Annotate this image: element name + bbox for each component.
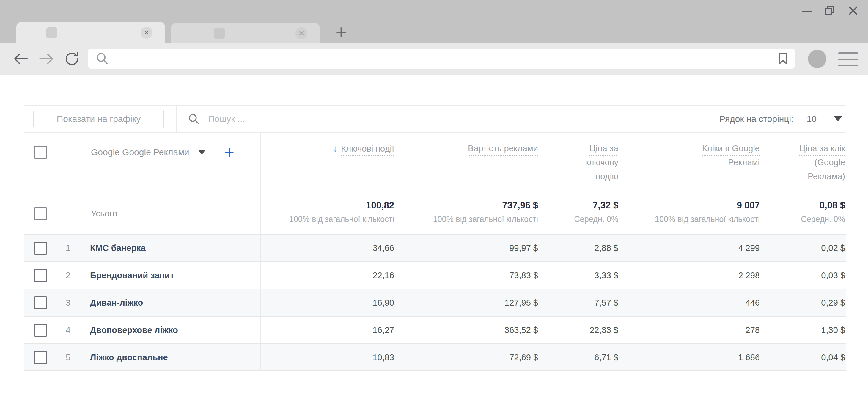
select-row-checkbox[interactable] [34,242,47,254]
totals-cell: 7,32 $ Середн. 0% [539,193,619,234]
chart-controls: Показати на графіку [24,105,177,132]
cell-key-events: 10,83 [261,344,395,371]
search-input[interactable] [208,114,719,124]
table-row[interactable]: 3 Диван-ліжко 16,90 127,95 $ 7,57 $ 446 … [24,289,846,316]
menu-icon[interactable] [838,52,858,66]
search-icon [95,51,110,67]
table-header-row: Google Google Реклами + ↓Ключові події В… [24,133,846,193]
column-header-ad-cost[interactable]: Вартість реклами [395,133,539,193]
search-icon [187,113,200,125]
rows-per-page-label: Рядок на сторінці: [719,114,794,124]
cell-google-ads-clicks: 446 [619,289,761,316]
cell-cost-per-key-event: 7,57 $ [539,289,619,316]
column-header-cost-per-click[interactable]: Ціна за клік (Google Реклама) [761,133,846,193]
totals-cell: 100,82 100% від загальної кількості [261,193,395,234]
cell-cost-per-key-event: 22,33 $ [539,317,619,343]
cell-google-ads-clicks: 278 [619,317,761,343]
minimize-button[interactable] [800,4,813,17]
select-row-checkbox[interactable] [34,269,47,282]
column-header-key-events[interactable]: ↓Ключові події [261,133,395,193]
totals-cell: 9 007 100% від загальної кількості [619,193,761,234]
cell-google-ads-clicks: 1 686 [619,344,761,371]
row-label-cell: 4 Двоповерхове ліжко [24,317,261,343]
cell-key-events: 34,66 [261,235,395,261]
cell-key-events: 22,16 [261,262,395,289]
table-controls-bar: Показати на графіку Рядок на сторінці: 1… [24,105,846,133]
forward-button[interactable] [37,50,55,68]
campaign-name[interactable]: Брендований запит [90,271,174,280]
totals-row: Усього 100,82 100% від загальної кількос… [24,193,846,234]
cell-key-events: 16,90 [261,289,395,316]
browser-tab-inactive[interactable]: ✕ [170,23,320,43]
cell-google-ads-clicks: 2 298 [619,262,761,289]
url-bar[interactable] [88,49,795,69]
campaign-name[interactable]: Ліжко двоспальне [90,353,168,363]
titlebar: ✕ ✕ + [0,0,868,43]
select-row-checkbox[interactable] [34,351,47,364]
campaign-name[interactable]: Двоповерхове ліжко [90,325,178,335]
select-all-checkbox[interactable] [34,207,47,220]
browser-tab-active[interactable]: ✕ [17,22,165,43]
cell-key-events: 16,27 [261,317,395,343]
cell-ad-cost: 72,69 $ [395,344,539,371]
favicon-placeholder [214,28,225,39]
browser-toolbar [0,43,868,75]
campaign-name[interactable]: Диван-ліжко [90,298,143,308]
totals-cell: 0,08 $ Середн. 0% [761,193,846,234]
row-number: 3 [63,298,73,308]
cell-ad-cost: 99,97 $ [395,235,539,261]
rows-per-page: Рядок на сторінці: 10 [719,114,842,124]
tab-close-icon[interactable]: ✕ [296,27,307,39]
table-row[interactable]: 4 Двоповерхове ліжко 16,27 363,52 $ 22,3… [24,316,846,343]
close-window-button[interactable] [846,4,860,17]
browser-window: ✕ ✕ + [0,0,868,402]
cell-ad-cost: 363,52 $ [395,317,539,343]
dimension-header-cell: Google Google Реклами + [24,133,261,193]
select-all-checkbox[interactable] [34,146,47,159]
window-controls [800,4,860,17]
table-row[interactable]: 2 Брендований запит 22,16 73,83 $ 3,33 $… [24,261,846,289]
table-search [177,113,719,125]
totals-label: Усього [91,209,117,219]
dimension-title[interactable]: Google Google Реклами [91,147,189,157]
row-number: 4 [63,325,73,335]
row-label-cell: 5 Ліжко двоспальне [24,344,261,371]
select-row-checkbox[interactable] [34,324,47,337]
cell-ad-cost: 73,83 $ [395,262,539,289]
page-content: Показати на графіку Рядок на сторінці: 1… [0,75,868,402]
chevron-down-icon[interactable] [834,116,842,121]
bookmark-icon[interactable] [776,51,790,67]
reload-button[interactable] [63,50,81,68]
back-button[interactable] [12,50,30,68]
show-on-chart-button[interactable]: Показати на графіку [33,110,164,128]
rows-per-page-value[interactable]: 10 [807,114,816,124]
cell-cost-per-click: 0,29 $ [761,289,846,316]
cell-ad-cost: 127,95 $ [395,289,539,316]
cell-cost-per-click: 1,30 $ [761,317,846,343]
new-tab-button[interactable]: + [332,23,350,42]
column-header-cost-per-key-event[interactable]: Ціна за ключову подію [539,133,619,193]
table-row[interactable]: 5 Ліжко двоспальне 10,83 72,69 $ 6,71 $ … [24,343,846,371]
row-number: 5 [63,353,73,363]
row-number: 1 [63,243,73,253]
favicon-placeholder [46,27,57,38]
campaign-name[interactable]: КМС банерка [90,243,146,253]
profile-avatar[interactable] [808,50,826,68]
add-column-button[interactable]: + [224,145,235,159]
row-label-cell: 2 Брендований запит [24,262,261,289]
cell-cost-per-click: 0,04 $ [761,344,846,371]
column-header-google-ads-clicks[interactable]: Кліки в Google Рекламі [619,133,761,193]
chevron-down-icon[interactable] [198,150,206,155]
report-table-panel: Показати на графіку Рядок на сторінці: 1… [24,105,846,371]
row-label-cell: 1 КМС банерка [24,235,261,261]
sort-descending-icon: ↓ [333,143,338,154]
row-number: 2 [63,271,73,280]
table-row[interactable]: 1 КМС банерка 34,66 99,97 $ 2,88 $ 4 299… [24,234,846,261]
tab-close-icon[interactable]: ✕ [141,27,153,39]
row-label-cell: 3 Диван-ліжко [24,289,261,316]
table-body: 1 КМС банерка 34,66 99,97 $ 2,88 $ 4 299… [24,234,846,371]
select-row-checkbox[interactable] [34,297,47,309]
cell-cost-per-key-event: 2,88 $ [539,235,619,261]
restore-button[interactable] [824,4,836,17]
cell-cost-per-click: 0,02 $ [761,235,846,261]
